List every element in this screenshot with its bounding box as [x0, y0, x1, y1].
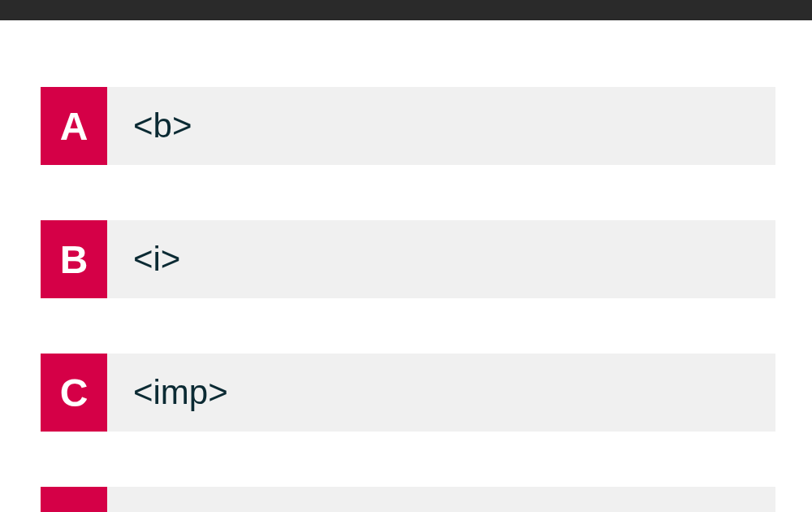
option-a[interactable]: A <b>	[41, 87, 775, 165]
option-letter: A	[41, 87, 107, 165]
option-letter: C	[41, 354, 107, 432]
option-text: <important>	[107, 487, 775, 512]
top-bar	[0, 0, 812, 20]
option-letter: D	[41, 487, 107, 512]
option-b[interactable]: B <i>	[41, 220, 775, 298]
option-text: <imp>	[107, 354, 775, 432]
option-d[interactable]: D <important>	[41, 487, 775, 512]
option-c[interactable]: C <imp>	[41, 354, 775, 432]
option-text: <i>	[107, 220, 775, 298]
option-text: <b>	[107, 87, 775, 165]
option-letter: B	[41, 220, 107, 298]
options-list: A <b> B <i> C <imp> D <important>	[0, 20, 812, 512]
